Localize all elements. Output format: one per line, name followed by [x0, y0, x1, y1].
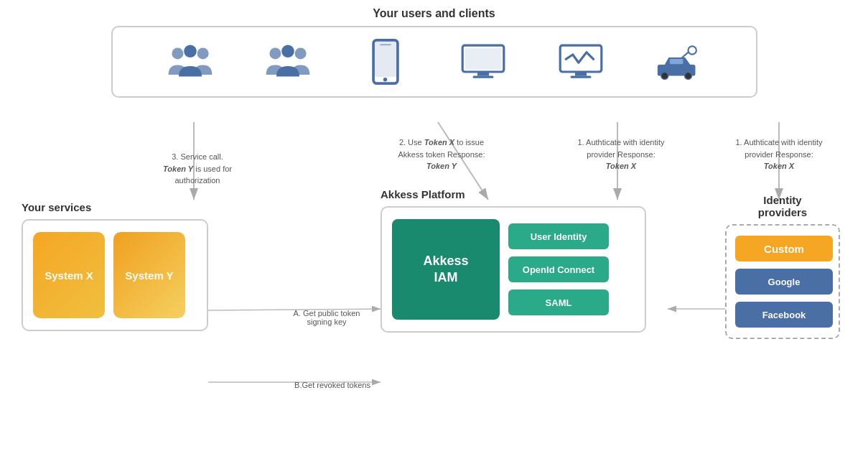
flow-annotation-3: 1. Authticate with identity provider Res…	[574, 136, 668, 172]
saml-button[interactable]: SAML	[508, 289, 609, 315]
top-section: Your users and clients	[111, 7, 757, 98]
system-y-label: System Y	[125, 269, 173, 282]
svg-point-12	[294, 47, 306, 59]
mobile-icon	[363, 39, 409, 85]
svg-rect-21	[472, 76, 493, 78]
identity-section: Identityproviders Custom Google Facebook	[725, 194, 840, 339]
monitor-wave-icon	[558, 39, 604, 85]
system-y-card: System Y	[113, 232, 185, 318]
svg-point-8	[172, 47, 183, 59]
ann2-bold2: Token Y	[426, 162, 457, 170]
flow-annotation-2: 2. Use Token X to issue Akkess token Res…	[395, 136, 488, 172]
flow-annotation-1: 3. Service call. Token Y is used for aut…	[151, 151, 244, 187]
flow-annotation-4: 1. Authticate with identity provider Res…	[732, 136, 826, 172]
flow-b-text: B.Get revoked tokens	[289, 381, 375, 389]
flow-b-label: B.Get revoked tokens	[289, 381, 375, 389]
ann3-text: 1. Authticate with identity provider Res…	[577, 138, 664, 159]
svg-point-9	[197, 47, 208, 59]
akkess-services-list: User Identity OpenId Connect SAML	[508, 219, 609, 320]
identity-box: Custom Google Facebook	[725, 224, 840, 339]
svg-point-16	[383, 78, 386, 81]
services-section: Your services System X System Y	[22, 201, 208, 331]
saml-label: SAML	[546, 297, 572, 308]
ann2-bold: Token X	[424, 138, 454, 147]
custom-provider-button[interactable]: Custom	[735, 236, 833, 261]
desktop-icon	[460, 39, 506, 85]
services-box: System X System Y	[22, 219, 208, 331]
google-provider-button[interactable]: Google	[735, 269, 833, 295]
svg-rect-17	[380, 44, 391, 45]
ann3-bold: Token X	[606, 162, 636, 170]
svg-point-10	[184, 45, 197, 57]
akkess-title: Akkess Platform	[381, 188, 646, 200]
page-title: Your users and clients	[111, 7, 757, 20]
flow-a-label: A. Get public token signing key	[284, 309, 370, 326]
ann1-text: 3. Service call.	[172, 152, 223, 161]
users-group-1-icon	[167, 39, 213, 85]
facebook-provider-button[interactable]: Facebook	[735, 302, 833, 328]
ann2-pre: 2. Use	[399, 138, 424, 147]
svg-point-13	[281, 45, 294, 57]
system-x-label: System X	[45, 269, 93, 282]
system-x-card: System X	[33, 232, 105, 318]
svg-rect-15	[373, 40, 398, 77]
svg-rect-20	[477, 72, 489, 76]
services-title: Your services	[22, 201, 208, 213]
main-diagram: Your users and clients	[0, 0, 868, 454]
svg-point-25	[688, 46, 696, 54]
svg-point-31	[661, 73, 668, 80]
identity-title: Identityproviders	[725, 194, 840, 218]
google-label: Google	[768, 277, 801, 287]
ann4-bold: Token X	[764, 162, 794, 170]
svg-rect-30	[669, 59, 682, 64]
svg-rect-24	[570, 76, 591, 78]
user-identity-label: User Identity	[531, 231, 587, 242]
user-identity-button[interactable]: User Identity	[508, 223, 609, 249]
svg-rect-19	[465, 47, 501, 69]
svg-point-32	[684, 73, 691, 80]
akkess-section: Akkess Platform AkkessIAM User Identity …	[381, 188, 646, 333]
akkess-box: AkkessIAM User Identity OpenId Connect S…	[381, 206, 646, 333]
car-key-icon	[655, 39, 701, 85]
ann4-text: 1. Authticate with identity provider Res…	[735, 138, 822, 159]
akkess-iam-card: AkkessIAM	[392, 219, 500, 320]
clients-box	[111, 26, 757, 98]
facebook-label: Facebook	[762, 310, 806, 320]
ann1-bold: Token Y	[163, 165, 193, 173]
akkess-iam-label: AkkessIAM	[423, 253, 468, 287]
svg-rect-23	[575, 72, 587, 76]
flow-a-text: A. Get public token signing key	[284, 309, 370, 326]
users-group-2-icon	[265, 39, 311, 85]
openid-connect-label: OpenId Connect	[523, 264, 594, 275]
openid-connect-button[interactable]: OpenId Connect	[508, 256, 609, 282]
custom-label: Custom	[764, 243, 804, 255]
svg-point-11	[269, 47, 281, 59]
